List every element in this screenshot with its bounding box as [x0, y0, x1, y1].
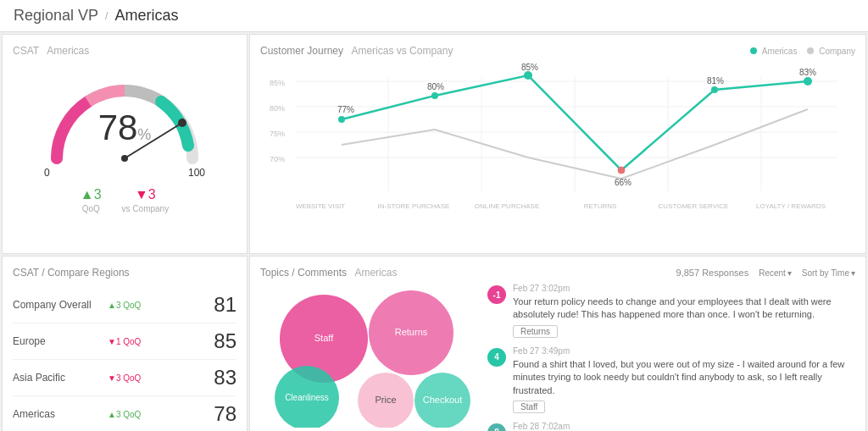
svg-text:RETURNS: RETURNS	[584, 202, 617, 210]
svg-text:Price: Price	[375, 395, 396, 405]
svg-text:85%: 85%	[270, 79, 285, 87]
comment-body: Feb 28 7:02am Something about staff / it…	[513, 422, 852, 431]
sort-recent-button[interactable]: Recent	[759, 268, 792, 278]
region-score: 81	[203, 293, 236, 317]
svg-point-2	[121, 155, 128, 162]
metric-qoq-up: ▲3 QoQ	[81, 187, 102, 213]
topics-region: Americas	[354, 267, 397, 279]
svg-text:81%: 81%	[707, 76, 724, 86]
svg-point-16	[338, 116, 345, 123]
comment-body: Feb 27 3:02pm Your return policy needs t…	[513, 284, 852, 338]
svg-point-19	[618, 167, 625, 174]
svg-text:Returns: Returns	[395, 327, 428, 337]
comment-date: Feb 28 7:02am	[513, 422, 852, 431]
journey-title: Customer Journey	[260, 45, 343, 57]
svg-text:80%: 80%	[270, 104, 285, 113]
svg-point-17	[431, 92, 438, 99]
region-qoq: ▲3 QoQ	[108, 410, 203, 419]
metric-qoq-down: ▼3 vs Company	[122, 187, 170, 213]
svg-point-20	[711, 86, 718, 93]
comment-item: -1 Feb 27 3:02pm Your return policy need…	[487, 284, 852, 338]
svg-point-21	[804, 77, 812, 86]
svg-text:66%: 66%	[615, 178, 632, 187]
comment-body: Feb 27 3:49pm Found a shirt that I loved…	[513, 346, 852, 413]
svg-text:ONLINE PURCHASE: ONLINE PURCHASE	[475, 202, 539, 210]
gauge-min-label: 0	[44, 167, 50, 179]
region-score: 78	[203, 402, 236, 426]
journey-header: Customer Journey Americas vs Company Ame…	[260, 45, 855, 57]
breadcrumb-separator: /	[105, 10, 108, 22]
csat-card: CSAT Americas	[2, 34, 248, 254]
comment-tag: Staff	[513, 401, 545, 413]
journey-chart-svg: 85% 80% 75% 70%	[260, 60, 855, 229]
compare-title: CSAT / Compare Regions	[13, 267, 236, 279]
qoq-down-label: vs Company	[122, 204, 170, 213]
bubble-chart-svg: Staff Returns Cleanliness Price Checkout	[260, 284, 481, 428]
svg-text:Cleanliness: Cleanliness	[285, 393, 329, 402]
region-item: Americas ▲3 QoQ 78	[13, 396, 236, 431]
legend-americas: Americas	[750, 47, 797, 56]
svg-text:75%: 75%	[270, 130, 285, 138]
main-grid: CSAT Americas	[0, 32, 868, 428]
csat-metrics: ▲3 QoQ ▼3 vs Company	[13, 187, 236, 213]
region-name: Europe	[13, 335, 108, 347]
topics-card: Topics / Comments Americas 9,857 Respons…	[249, 256, 866, 431]
region-item: Europe ▼1 QoQ 85	[13, 323, 236, 360]
gauge-labels: 0 100	[40, 167, 209, 179]
svg-text:80%: 80%	[427, 82, 444, 91]
comment-item: 4 Feb 27 3:49pm Found a shirt that I lov…	[487, 346, 852, 413]
responses-count: 9,857 Responses	[676, 268, 749, 278]
journey-subtitle: Americas vs Company	[351, 45, 453, 57]
gauge-percent: %	[137, 126, 151, 143]
topics-header: Topics / Comments Americas 9,857 Respons…	[260, 267, 855, 279]
qoq-up-value: ▲3	[81, 187, 102, 202]
gauge-max-label: 100	[188, 167, 205, 179]
comment-item: 8 Feb 28 7:02am Something about staff / …	[487, 422, 852, 431]
topics-title-area: Topics / Comments Americas	[260, 267, 397, 279]
svg-text:83%: 83%	[799, 68, 816, 77]
breadcrumb-parent: Regional VP	[14, 7, 98, 25]
comment-tag: Returns	[513, 325, 558, 338]
svg-text:Staff: Staff	[314, 333, 334, 343]
region-name: Asia Pacific	[13, 372, 108, 384]
svg-text:77%: 77%	[337, 105, 354, 114]
comment-date: Feb 27 3:02pm	[513, 284, 852, 293]
region-name: Company Overall	[13, 299, 108, 311]
legend-company: Company	[807, 47, 855, 56]
svg-text:Checkout: Checkout	[423, 395, 462, 405]
topics-title: Topics / Comments	[260, 267, 347, 279]
qoq-up-label: QoQ	[81, 204, 102, 213]
comment-avatar: -1	[487, 285, 506, 304]
region-item: Asia Pacific ▼3 QoQ 83	[13, 360, 236, 396]
region-list: Company Overall ▲3 QoQ 81 Europe ▼1 QoQ …	[13, 287, 236, 431]
journey-title-area: Customer Journey Americas vs Company	[260, 45, 453, 57]
sort-time-button[interactable]: Sort by Time	[802, 268, 855, 278]
svg-text:CUSTOMER SERVICE: CUSTOMER SERVICE	[659, 202, 729, 210]
gauge-number: 78	[98, 108, 138, 147]
legend-americas-dot	[750, 47, 757, 54]
journey-card: Customer Journey Americas vs Company Ame…	[249, 34, 866, 254]
svg-text:85%: 85%	[521, 63, 538, 72]
region-score: 83	[203, 366, 236, 390]
region-score: 85	[203, 329, 236, 353]
gauge-value: 78%	[98, 108, 152, 148]
comment-avatar: 8	[487, 423, 506, 431]
comments-list: -1 Feb 27 3:02pm Your return policy need…	[487, 284, 855, 431]
svg-text:LOYALTY / REWARDS: LOYALTY / REWARDS	[756, 202, 826, 210]
breadcrumb-current: Americas	[114, 7, 178, 25]
region-qoq: ▲3 QoQ	[108, 301, 203, 310]
region-qoq: ▼1 QoQ	[108, 337, 203, 346]
region-name: Americas	[13, 408, 108, 420]
page-header: Regional VP / Americas	[0, 0, 868, 32]
compare-card: CSAT / Compare Regions Company Overall ▲…	[2, 256, 248, 431]
svg-point-18	[524, 71, 532, 80]
bubble-chart: Staff Returns Cleanliness Price Checkout	[260, 284, 481, 428]
comment-text: Found a shirt that I loved, but you were…	[513, 358, 852, 397]
comment-date: Feb 27 3:49pm	[513, 346, 852, 356]
region-item: Company Overall ▲3 QoQ 81	[13, 287, 236, 323]
comment-avatar: 4	[487, 348, 506, 367]
svg-text:IN-STORE PURCHASE: IN-STORE PURCHASE	[378, 202, 450, 210]
gauge-container: 78%	[40, 65, 209, 167]
svg-text:WEBSITE VISIT: WEBSITE VISIT	[296, 202, 345, 210]
region-qoq: ▼3 QoQ	[108, 373, 203, 383]
